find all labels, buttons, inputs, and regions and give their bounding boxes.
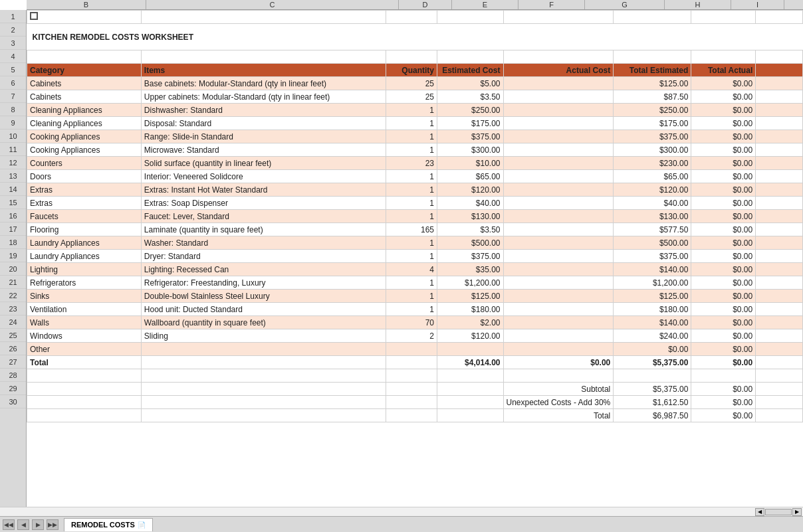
cell-e27[interactable]	[437, 369, 503, 383]
cell-extra-10[interactable]	[756, 143, 803, 157]
cell-b1[interactable]	[141, 11, 386, 24]
cell-est-11[interactable]: $10.00	[437, 157, 503, 170]
cell-h27[interactable]	[691, 369, 756, 383]
cell-g3[interactable]	[614, 50, 691, 64]
cell-totest-19[interactable]: $140.00	[614, 263, 691, 276]
cell-totact-14[interactable]: $0.00	[691, 197, 756, 210]
cell-qty-7[interactable]: 1	[386, 104, 437, 117]
cell-h1[interactable]	[756, 11, 803, 24]
cell-act-25[interactable]	[503, 343, 614, 356]
cell-category-14[interactable]: Extras	[27, 197, 142, 210]
cell-totact-10[interactable]: $0.00	[691, 143, 756, 157]
cell-item-10[interactable]: Microwave: Standard	[141, 143, 386, 157]
cell-qty-10[interactable]: 1	[386, 143, 437, 157]
cell-item-11[interactable]: Solid surface (quantity in linear feet)	[141, 157, 386, 170]
cell-category-20[interactable]: Refrigerators	[27, 276, 142, 290]
cell-totest-6[interactable]: $87.50	[614, 90, 691, 104]
cell-category-12[interactable]: Doors	[27, 170, 142, 183]
cell-category-22[interactable]: Ventilation	[27, 303, 142, 316]
cell-extra-8[interactable]	[756, 117, 803, 130]
cell-act-22[interactable]	[503, 303, 614, 316]
cell-item-12[interactable]: Interior: Veneered Solidcore	[141, 170, 386, 183]
cell-extra-11[interactable]	[756, 157, 803, 170]
cell-est-7[interactable]: $250.00	[437, 104, 503, 117]
cell-act-16[interactable]	[503, 223, 614, 236]
cell-item-17[interactable]: Washer: Standard	[141, 236, 386, 250]
cell-totest-10[interactable]: $300.00	[614, 143, 691, 157]
cell-est-12[interactable]: $65.00	[437, 170, 503, 183]
cell-extra-25[interactable]	[756, 343, 803, 356]
cell-est-8[interactable]: $175.00	[437, 117, 503, 130]
remodel-costs-tab[interactable]: REMODEL COSTS 📄	[64, 518, 153, 531]
cell-act-19[interactable]	[503, 263, 614, 276]
cell-act-15[interactable]	[503, 210, 614, 223]
cell-qty-19[interactable]: 4	[386, 263, 437, 276]
cell-totact-12[interactable]: $0.00	[691, 170, 756, 183]
cell-extra-9[interactable]	[756, 130, 803, 143]
cell-category-6[interactable]: Cabinets	[27, 90, 142, 104]
cell-category-16[interactable]: Flooring	[27, 223, 142, 236]
cell-totest-18[interactable]: $375.00	[614, 250, 691, 263]
cell-item-8[interactable]: Disposal: Standard	[141, 117, 386, 130]
cell-est-14[interactable]: $40.00	[437, 197, 503, 210]
cell-extra-20[interactable]	[756, 276, 803, 290]
tab-next-btn[interactable]: ▶	[32, 519, 44, 530]
cell-totest-14[interactable]: $40.00	[614, 197, 691, 210]
cell-extra-18[interactable]	[756, 250, 803, 263]
cell-category-5[interactable]: Cabinets	[27, 77, 142, 90]
cell-est-15[interactable]: $130.00	[437, 210, 503, 223]
cell-extra-12[interactable]	[756, 170, 803, 183]
cell-extra-5[interactable]	[756, 77, 803, 90]
cell-totest-11[interactable]: $230.00	[614, 157, 691, 170]
cell-qty-25[interactable]	[386, 343, 437, 356]
cell-f27[interactable]	[503, 369, 614, 383]
cell-qty-6[interactable]: 25	[386, 90, 437, 104]
cell-act-7[interactable]	[503, 104, 614, 117]
cell-totact-17[interactable]: $0.00	[691, 236, 756, 250]
cell-act-10[interactable]	[503, 143, 614, 157]
cell-qty-16[interactable]: 165	[386, 223, 437, 236]
cell-totact-13[interactable]: $0.00	[691, 183, 756, 197]
cell-est-13[interactable]: $120.00	[437, 183, 503, 197]
cell-act-12[interactable]	[503, 170, 614, 183]
cell-item-19[interactable]: Lighting: Recessed Can	[141, 263, 386, 276]
cell-category-23[interactable]: Walls	[27, 316, 142, 329]
cell-totact-9[interactable]: $0.00	[691, 130, 756, 143]
cell-f3[interactable]	[503, 50, 614, 64]
cell-est-19[interactable]: $35.00	[437, 263, 503, 276]
cell-item-14[interactable]: Extras: Soap Dispenser	[141, 197, 386, 210]
cell-extra-7[interactable]	[756, 104, 803, 117]
scroll-right-btn[interactable]: ▶	[792, 508, 802, 516]
cell-totact-18[interactable]: $0.00	[691, 250, 756, 263]
cell-est-21[interactable]: $125.00	[437, 290, 503, 303]
cell-item-23[interactable]: Wallboard (quantity in square feet)	[141, 316, 386, 329]
cell-item-16[interactable]: Laminate (quantity in square feet)	[141, 223, 386, 236]
cell-e3[interactable]	[437, 50, 503, 64]
tab-prev-btn[interactable]: ◀	[17, 519, 29, 530]
cell-totact-7[interactable]: $0.00	[691, 104, 756, 117]
cell-e1[interactable]	[503, 11, 614, 24]
cell-category-9[interactable]: Cooking Appliances	[27, 130, 142, 143]
cell-est-23[interactable]: $2.00	[437, 316, 503, 329]
cell-totact-11[interactable]: $0.00	[691, 157, 756, 170]
cell-est-25[interactable]	[437, 343, 503, 356]
cell-est-20[interactable]: $1,200.00	[437, 276, 503, 290]
cell-d1[interactable]	[437, 11, 503, 24]
cell-est-6[interactable]: $3.50	[437, 90, 503, 104]
cell-est-5[interactable]: $5.00	[437, 77, 503, 90]
cell-item-7[interactable]: Dishwasher: Standard	[141, 104, 386, 117]
cell-qty-15[interactable]: 1	[386, 210, 437, 223]
cell-act-14[interactable]	[503, 197, 614, 210]
cell-category-17[interactable]: Laundry Appliances	[27, 236, 142, 250]
cell-qty-11[interactable]: 23	[386, 157, 437, 170]
cell-qty-5[interactable]: 25	[386, 77, 437, 90]
cell-category-19[interactable]: Lighting	[27, 263, 142, 276]
cell-b3[interactable]	[27, 50, 142, 64]
cell-extra-16[interactable]	[756, 223, 803, 236]
cell-h3[interactable]	[691, 50, 756, 64]
cell-qty-8[interactable]: 1	[386, 117, 437, 130]
cell-totest-5[interactable]: $125.00	[614, 77, 691, 90]
cell-est-9[interactable]: $375.00	[437, 130, 503, 143]
cell-category-7[interactable]: Cleaning Appliances	[27, 104, 142, 117]
cell-totest-20[interactable]: $1,200.00	[614, 276, 691, 290]
